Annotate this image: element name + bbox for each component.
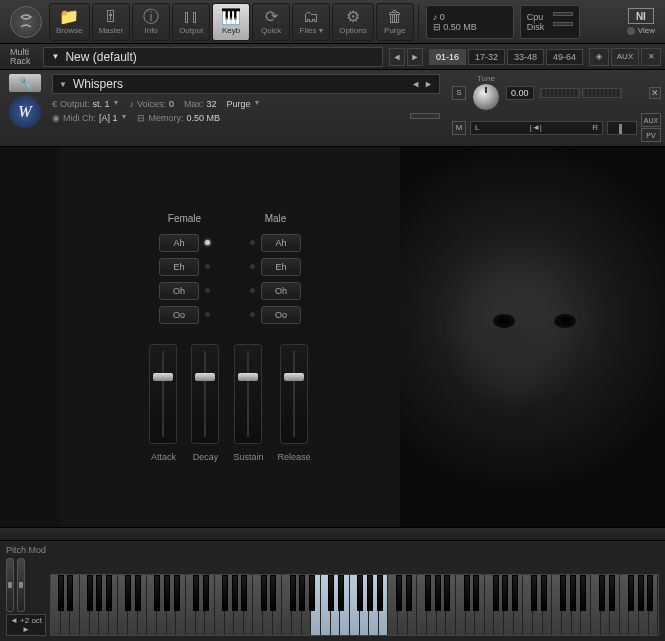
black-key[interactable] (444, 575, 450, 611)
black-key[interactable] (96, 575, 102, 611)
female-oo-button[interactable]: Oo (159, 306, 199, 324)
black-key[interactable] (367, 575, 373, 611)
master-button[interactable]: 🎚Master (92, 3, 130, 41)
black-key[interactable] (464, 575, 470, 611)
octave-display[interactable]: ◄ +2 oct ► (6, 614, 46, 636)
keyb-button[interactable]: 🎹Keyb (212, 3, 250, 41)
master-icon: 🎚 (103, 9, 119, 25)
black-key[interactable] (328, 575, 334, 611)
close-rack-button[interactable]: ✕ (641, 48, 661, 66)
black-key[interactable] (406, 575, 412, 611)
sustain-fader[interactable] (234, 344, 262, 444)
range-17-32-button[interactable]: 17-32 (468, 49, 505, 65)
range-49-64-button[interactable]: 49-64 (546, 49, 583, 65)
black-key[interactable] (377, 575, 383, 611)
purge-dropdown[interactable]: Purge (227, 99, 251, 109)
memory-status: ⊟ 0.50 MB (433, 22, 507, 32)
inst-next-button[interactable]: ► (424, 79, 433, 89)
black-key[interactable] (222, 575, 228, 611)
female-oh-button[interactable]: Oh (159, 282, 199, 300)
black-key[interactable] (193, 575, 199, 611)
female-eh-button[interactable]: Eh (159, 258, 199, 276)
preset-prev-button[interactable]: ◄ (389, 48, 405, 66)
black-key[interactable] (232, 575, 238, 611)
range-01-16-button[interactable]: 01-16 (429, 49, 466, 65)
black-key[interactable] (174, 575, 180, 611)
aux-button[interactable]: AUX (611, 48, 639, 66)
black-key[interactable] (580, 575, 586, 611)
cpu-disk-display: Cpu Disk (520, 5, 580, 39)
inst-prev-button[interactable]: ◄ (411, 79, 420, 89)
black-key[interactable] (560, 575, 566, 611)
mute-button[interactable]: M (452, 121, 466, 135)
black-key[interactable] (261, 575, 267, 611)
pv-button[interactable]: PV (641, 128, 661, 142)
black-key[interactable] (435, 575, 441, 611)
edit-instrument-button[interactable]: 🔧 (9, 74, 41, 92)
female-ah-button[interactable]: Ah (159, 234, 199, 252)
files-button[interactable]: 🗂Files ▾ (292, 3, 330, 41)
black-key[interactable] (338, 575, 344, 611)
black-key[interactable] (270, 575, 276, 611)
black-key[interactable] (473, 575, 479, 611)
black-key[interactable] (512, 575, 518, 611)
output-dropdown[interactable]: st. 1 (93, 99, 110, 109)
black-key[interactable] (531, 575, 537, 611)
black-key[interactable] (357, 575, 363, 611)
inst-aux-button[interactable]: AUX (641, 113, 661, 127)
black-key[interactable] (299, 575, 305, 611)
pitch-wheel[interactable] (6, 558, 14, 612)
release-fader[interactable] (280, 344, 308, 444)
info-button[interactable]: ⓘInfo (132, 3, 170, 41)
black-key[interactable] (425, 575, 431, 611)
black-key[interactable] (309, 575, 315, 611)
black-key[interactable] (502, 575, 508, 611)
black-key[interactable] (609, 575, 615, 611)
black-key[interactable] (106, 575, 112, 611)
volume-fader[interactable] (607, 121, 637, 135)
decay-fader[interactable] (191, 344, 219, 444)
kbd-toggle-button[interactable]: ◈ (589, 48, 609, 66)
keyboard-section: Pitch Mod ◄ +2 oct ► (0, 541, 665, 641)
purge-button[interactable]: 🗑Purge (376, 3, 414, 41)
solo-button[interactable]: S (452, 86, 466, 100)
male-oo-button[interactable]: Oo (261, 306, 301, 324)
black-key[interactable] (58, 575, 64, 611)
black-key[interactable] (638, 575, 644, 611)
black-key[interactable] (135, 575, 141, 611)
black-key[interactable] (628, 575, 634, 611)
virtual-keyboard[interactable] (50, 574, 659, 636)
black-key[interactable] (125, 575, 131, 611)
black-key[interactable] (599, 575, 605, 611)
max-voices[interactable]: 32 (207, 99, 217, 109)
close-instrument-button[interactable]: ✕ (649, 87, 661, 99)
black-key[interactable] (67, 575, 73, 611)
quick-button[interactable]: ⟳Quick (252, 3, 290, 41)
black-key[interactable] (541, 575, 547, 611)
tune-knob[interactable] (472, 83, 500, 111)
black-key[interactable] (647, 575, 653, 611)
black-key[interactable] (241, 575, 247, 611)
black-key[interactable] (290, 575, 296, 611)
black-key[interactable] (203, 575, 209, 611)
preset-next-button[interactable]: ► (407, 48, 423, 66)
mod-wheel[interactable] (17, 558, 25, 612)
black-key[interactable] (570, 575, 576, 611)
male-oh-button[interactable]: Oh (261, 282, 301, 300)
attack-fader[interactable] (149, 344, 177, 444)
black-key[interactable] (87, 575, 93, 611)
black-key[interactable] (154, 575, 160, 611)
tune-value[interactable]: 0.00 (506, 86, 534, 100)
black-key[interactable] (164, 575, 170, 611)
browse-button[interactable]: 📁Browse (49, 3, 90, 41)
preset-dropdown[interactable]: ▼ New (default) (43, 47, 383, 67)
options-button[interactable]: ⚙Options (332, 3, 374, 41)
output-button[interactable]: ⫿⫿Output (172, 3, 210, 41)
male-eh-button[interactable]: Eh (261, 258, 301, 276)
black-key[interactable] (396, 575, 402, 611)
male-ah-button[interactable]: Ah (261, 234, 301, 252)
instrument-name-dropdown[interactable]: ▼ Whispers ◄ ► (52, 74, 440, 94)
midi-ch-dropdown[interactable]: [A] 1 (99, 113, 118, 123)
range-33-48-button[interactable]: 33-48 (507, 49, 544, 65)
black-key[interactable] (493, 575, 499, 611)
